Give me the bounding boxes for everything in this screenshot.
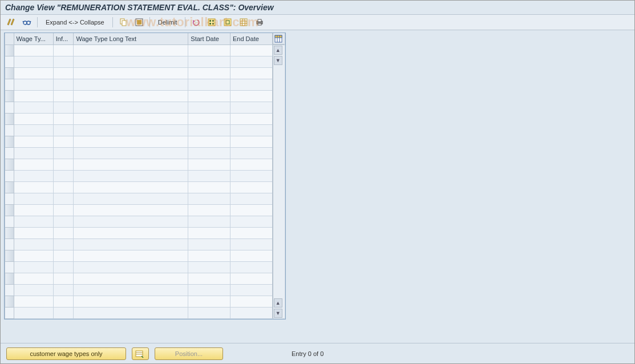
column-config-button[interactable] — [273, 33, 284, 45]
cell[interactable] — [230, 136, 272, 148]
cell[interactable] — [230, 308, 272, 319]
col-header-start-date[interactable]: Start Date — [188, 33, 230, 45]
row-selector[interactable] — [5, 159, 14, 171]
cell[interactable] — [53, 216, 74, 228]
cell[interactable] — [14, 262, 53, 273]
cell[interactable] — [74, 68, 188, 79]
cell[interactable] — [53, 102, 74, 114]
copy-button[interactable] — [116, 17, 130, 28]
cell[interactable] — [74, 56, 188, 68]
cell[interactable] — [53, 68, 74, 79]
cell[interactable] — [53, 228, 74, 239]
cell[interactable] — [74, 148, 188, 159]
row-selector[interactable] — [5, 273, 14, 285]
cell[interactable] — [230, 250, 272, 262]
select-all-button[interactable] — [132, 17, 146, 28]
cell[interactable] — [230, 262, 272, 273]
cell[interactable] — [53, 193, 74, 205]
cell[interactable] — [230, 114, 272, 125]
cell[interactable] — [14, 45, 53, 56]
cell[interactable] — [53, 308, 74, 319]
cell[interactable] — [188, 79, 230, 91]
cell[interactable] — [230, 68, 272, 79]
position-button[interactable]: Position... — [155, 347, 223, 360]
cell[interactable] — [230, 148, 272, 159]
cell[interactable] — [74, 205, 188, 216]
cell[interactable] — [14, 68, 53, 79]
cell[interactable] — [53, 182, 74, 193]
row-selector[interactable] — [5, 205, 14, 216]
cell[interactable] — [53, 148, 74, 159]
cell[interactable] — [74, 102, 188, 114]
cell[interactable] — [188, 125, 230, 136]
sort-button[interactable] — [132, 347, 149, 360]
row-selector[interactable] — [5, 216, 14, 228]
cell[interactable] — [74, 114, 188, 125]
cell[interactable] — [188, 148, 230, 159]
row-selector[interactable] — [5, 79, 14, 91]
cell[interactable] — [230, 216, 272, 228]
row-selector[interactable] — [5, 193, 14, 205]
cell[interactable] — [53, 285, 74, 296]
col-header-long-text[interactable]: Wage Type Long Text — [74, 33, 188, 45]
cell[interactable] — [230, 296, 272, 308]
cell[interactable] — [53, 125, 74, 136]
cell[interactable] — [74, 262, 188, 273]
row-selector[interactable] — [5, 56, 14, 68]
cell[interactable] — [53, 273, 74, 285]
row-selector[interactable] — [5, 125, 14, 136]
cell[interactable] — [230, 285, 272, 296]
cell[interactable] — [230, 228, 272, 239]
cell[interactable] — [188, 262, 230, 273]
cell[interactable] — [14, 193, 53, 205]
row-selector[interactable] — [5, 136, 14, 148]
cell[interactable] — [74, 273, 188, 285]
cell[interactable] — [188, 285, 230, 296]
col-header-wage-type[interactable]: Wage Ty... — [14, 33, 53, 45]
cell[interactable] — [188, 250, 230, 262]
cell[interactable] — [14, 148, 53, 159]
col-header-info[interactable]: Inf... — [53, 33, 74, 45]
cell[interactable] — [14, 228, 53, 239]
cell[interactable] — [74, 79, 188, 91]
cell[interactable] — [188, 296, 230, 308]
row-selector[interactable] — [5, 68, 14, 79]
cell[interactable] — [188, 136, 230, 148]
cell[interactable] — [230, 159, 272, 171]
cell[interactable] — [14, 273, 53, 285]
row-selector[interactable] — [5, 296, 14, 308]
cell[interactable] — [14, 205, 53, 216]
cell[interactable] — [230, 205, 272, 216]
cell[interactable] — [14, 79, 53, 91]
cell[interactable] — [14, 114, 53, 125]
cell[interactable] — [14, 56, 53, 68]
cell[interactable] — [53, 239, 74, 250]
row-selector[interactable] — [5, 114, 14, 125]
scroll-up-step-button[interactable]: ▼ — [274, 56, 282, 65]
scroll-up-button[interactable]: ▲ — [274, 46, 282, 55]
cell[interactable] — [53, 159, 74, 171]
cell[interactable] — [53, 45, 74, 56]
glasses-button[interactable] — [20, 17, 34, 28]
cell[interactable] — [53, 205, 74, 216]
cell[interactable] — [74, 285, 188, 296]
cell[interactable] — [188, 171, 230, 182]
row-selector[interactable] — [5, 262, 14, 273]
cell[interactable] — [230, 239, 272, 250]
cell[interactable] — [230, 91, 272, 102]
cell[interactable] — [53, 262, 74, 273]
table-settings-button[interactable] — [237, 17, 250, 28]
cell[interactable] — [230, 102, 272, 114]
cell[interactable] — [188, 273, 230, 285]
row-selector[interactable] — [5, 45, 14, 56]
col-header-end-date[interactable]: End Date — [230, 33, 272, 45]
customer-wage-types-button[interactable]: customer wage types only — [6, 347, 126, 360]
cell[interactable] — [74, 159, 188, 171]
cell[interactable] — [74, 216, 188, 228]
row-selector[interactable] — [5, 148, 14, 159]
cell[interactable] — [53, 91, 74, 102]
cell[interactable] — [53, 114, 74, 125]
vertical-scrollbar[interactable]: ▲ ▼ ▲ ▼ — [273, 45, 283, 318]
scroll-track[interactable] — [273, 66, 283, 298]
cell[interactable] — [188, 68, 230, 79]
